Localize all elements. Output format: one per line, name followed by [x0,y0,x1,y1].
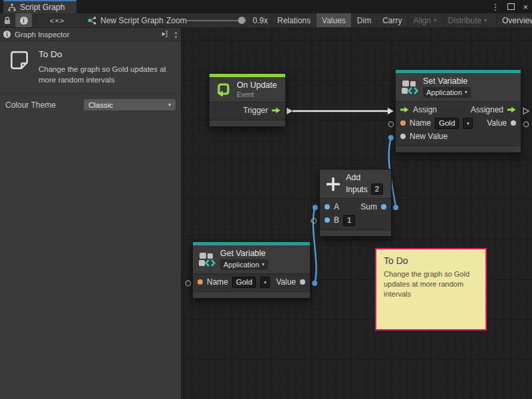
overview-button[interactable]: Overview [496,13,532,27]
port-row-trigger: Trigger [209,104,285,117]
flow-port-marker[interactable] [287,108,293,114]
value-port-icon[interactable] [300,279,305,285]
info-icon: i [3,31,11,38]
graph-canvas[interactable]: On Update Event Trigger [182,28,532,399]
string-port-icon[interactable] [198,279,203,285]
scroll-up-icon[interactable]: ▲ [174,31,178,35]
flow-input-arrow-icon[interactable] [400,106,409,113]
graph-inspector-header[interactable]: i Graph Inspector ▸] ▲ ▼ [0,28,181,41]
sticky-note[interactable]: To Do Change the graph so Gold updates a… [375,248,487,331]
carry-button[interactable]: Carry [376,13,407,27]
port-row-a: A Sum [320,200,391,213]
scroll-down-icon[interactable]: ▼ [174,35,178,39]
zoom-slider-handle[interactable] [238,17,245,24]
inspector-note-summary: To Do Change the graph so Gold updates a… [0,41,181,92]
node-add[interactable]: Add Inputs 2 A Sum [319,169,392,237]
number-port-icon[interactable] [325,204,330,209]
maximize-icon[interactable] [507,3,515,10]
assign-port-label: Assign [413,105,437,114]
sticky-note-title: To Do [384,255,478,266]
toolbar-toggle-group: Relations Values Dim Carry Align ▾ Distr… [271,13,532,27]
string-port-icon[interactable] [400,120,406,126]
distribute-button[interactable]: Distribute ▾ [442,13,492,27]
variable-name-dropdown[interactable]: ▾ [260,277,270,288]
tab-script-graph[interactable]: Script Graph [3,0,76,13]
chevron-down-icon: ▾ [168,102,171,108]
window-controls: ⋮ × [491,0,528,13]
value-port-endpoint[interactable] [393,205,398,210]
sticky-note-icon [8,49,31,72]
values-button[interactable]: Values [316,13,351,27]
relations-label: Relations [277,16,311,25]
port-row-name: Name Gold ▾ Value [396,116,521,130]
variable-name-field[interactable]: Gold [435,118,459,129]
lock-icon [3,16,11,25]
info-icon: i [20,17,28,25]
assigned-port-label: Assigned [471,105,503,114]
zoom-value: 0.9x [253,13,268,27]
node-body: Assign Assigned Name Gold ▾ Value [396,102,521,146]
value-port-endpoint[interactable] [312,281,317,286]
carry-label: Carry [382,16,402,25]
node-footer [193,291,310,298]
empty-flow-marker-assigned[interactable] [523,108,529,114]
node-title: Set Variable [423,76,471,86]
number-port-icon[interactable] [325,217,330,223]
variable-scope-dropdown[interactable]: Application ▾ [423,87,471,98]
node-footer [320,229,391,236]
flow-output-arrow-icon[interactable] [272,107,281,114]
menu-icon[interactable]: ⋮ [491,2,499,12]
node-get-variable[interactable]: Get Variable Application ▾ Name Gold ▾ V… [192,241,311,299]
node-on-update[interactable]: On Update Event Trigger [209,73,286,127]
relations-button[interactable]: Relations [271,13,316,27]
align-label: Align [414,16,432,25]
port-row-new-value: New Value [396,130,521,143]
inspector-toggle-button[interactable]: i [15,13,32,27]
value-port-icon[interactable] [400,134,406,139]
chevron-down-icon: ▾ [484,18,487,23]
value-port-endpoint[interactable] [313,205,318,210]
variable-name-dropdown[interactable]: ▾ [463,118,473,129]
lock-button[interactable] [0,13,15,27]
chevron-down-icon: ▾ [262,262,265,267]
b-port-label: B [334,215,339,225]
panel-scroll-arrows[interactable]: ▲ ▼ [172,28,180,41]
sum-port-label: Sum [360,202,377,211]
value-port-icon[interactable] [511,120,516,126]
empty-port-marker-getname[interactable] [186,281,190,285]
value-port-endpoint[interactable] [388,135,394,140]
node-header: Add Inputs 2 [320,170,391,199]
variables-icon [198,251,215,268]
port-row-name: Name Gold ▾ Value [193,275,310,289]
dock-panel-icon[interactable]: ▸] [162,29,168,38]
node-set-variable[interactable]: Set Variable Application ▾ Assign Assign… [395,69,521,153]
variable-scope-value: Application [426,88,462,96]
new-script-graph-button[interactable]: New Script Graph [88,13,164,27]
new-script-graph-label: New Script Graph [100,16,164,25]
number-port-icon[interactable] [381,204,386,209]
b-value-field[interactable]: 1 [343,215,355,226]
close-icon[interactable]: × [523,2,528,12]
empty-port-marker-setname[interactable] [388,122,393,126]
align-button[interactable]: Align ▾ [408,13,442,27]
distribute-label: Distribute [448,16,481,25]
name-port-label: Name [410,118,431,128]
variable-scope-dropdown[interactable]: Application ▾ [220,259,268,270]
flow-arrowhead[interactable] [388,108,394,114]
zoom-label: Zoom [166,13,187,27]
flow-output-arrow-icon[interactable] [507,106,516,113]
code-view-button[interactable]: <×> [40,13,74,27]
zoom-slider-track[interactable] [186,20,246,21]
variable-name-field[interactable]: Gold [232,277,256,288]
graph-hierarchy-icon [8,3,16,11]
dim-label: Dim [357,16,371,25]
node-body: Name Gold ▾ Value [193,274,310,291]
node-header: Set Variable Application ▾ [396,73,521,102]
note-summary-title: To Do [39,49,170,59]
empty-port-marker-setvalue[interactable] [523,122,528,126]
dim-button[interactable]: Dim [351,13,376,27]
inputs-count-field[interactable]: 2 [371,184,383,195]
colour-theme-dropdown[interactable]: Classic ▾ [84,99,176,110]
node-title: Get Variable [220,249,268,258]
node-title: Add [346,173,383,182]
